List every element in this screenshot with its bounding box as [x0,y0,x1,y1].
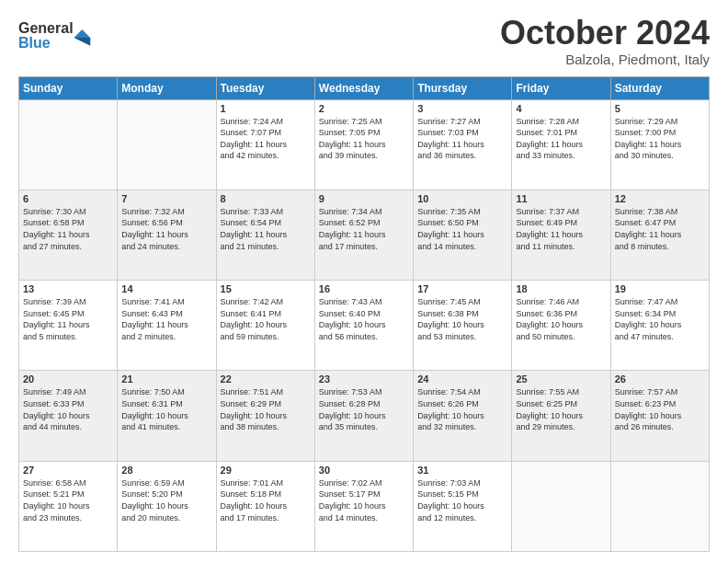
calendar-cell: 27Sunrise: 6:58 AM Sunset: 5:21 PM Dayli… [19,461,118,551]
calendar-cell: 2Sunrise: 7:25 AM Sunset: 7:05 PM Daylig… [314,99,413,190]
calendar-cell: 9Sunrise: 7:34 AM Sunset: 6:52 PM Daylig… [314,190,413,280]
svg-marker-2 [74,29,90,38]
title-block: October 2024 Balzola, Piedmont, Italy [500,15,710,67]
week-row-2: 6Sunrise: 7:30 AM Sunset: 6:58 PM Daylig… [19,190,710,280]
day-info: Sunrise: 7:35 AM Sunset: 6:50 PM Dayligh… [417,206,507,252]
calendar-page: General Blue October 2024 Balzola, Piedm… [0,0,728,563]
day-info: Sunrise: 7:49 AM Sunset: 6:33 PM Dayligh… [23,386,113,432]
day-number: 10 [417,193,507,204]
day-info: Sunrise: 7:32 AM Sunset: 6:56 PM Dayligh… [121,206,211,252]
day-info: Sunrise: 7:53 AM Sunset: 6:28 PM Dayligh… [319,386,409,432]
day-number: 1 [221,103,311,114]
calendar-cell: 14Sunrise: 7:41 AM Sunset: 6:43 PM Dayli… [118,281,216,371]
day-number: 8 [221,193,311,204]
day-number: 6 [23,193,113,204]
calendar-cell: 23Sunrise: 7:53 AM Sunset: 6:28 PM Dayli… [314,371,413,461]
calendar-cell: 15Sunrise: 7:42 AM Sunset: 6:41 PM Dayli… [216,281,314,371]
header-thursday: Thursday [414,76,512,99]
day-number: 11 [516,193,606,204]
logo-svg: General Blue [18,15,92,52]
header: General Blue October 2024 Balzola, Piedm… [18,15,710,67]
day-info: Sunrise: 7:51 AM Sunset: 6:29 PM Dayligh… [221,386,311,432]
day-info: Sunrise: 7:03 AM Sunset: 5:15 PM Dayligh… [417,477,507,523]
svg-text:Blue: Blue [18,35,51,51]
day-info: Sunrise: 7:43 AM Sunset: 6:40 PM Dayligh… [319,296,409,342]
week-row-5: 27Sunrise: 6:58 AM Sunset: 5:21 PM Dayli… [19,461,710,551]
day-number: 4 [516,103,606,114]
calendar-title: October 2024 [500,15,710,52]
day-info: Sunrise: 7:24 AM Sunset: 7:07 PM Dayligh… [221,116,311,162]
day-number: 7 [121,193,211,204]
day-number: 27 [23,465,113,476]
day-number: 3 [417,103,507,114]
day-info: Sunrise: 7:02 AM Sunset: 5:17 PM Dayligh… [319,477,409,523]
calendar-cell: 6Sunrise: 7:30 AM Sunset: 6:58 PM Daylig… [19,190,118,280]
day-number: 30 [319,465,409,476]
day-number: 2 [319,103,409,114]
calendar-cell: 5Sunrise: 7:29 AM Sunset: 7:00 PM Daylig… [610,99,709,190]
day-number: 26 [615,373,705,385]
calendar-cell: 30Sunrise: 7:02 AM Sunset: 5:17 PM Dayli… [314,461,413,551]
calendar-cell: 22Sunrise: 7:51 AM Sunset: 6:29 PM Dayli… [216,371,314,461]
day-info: Sunrise: 7:57 AM Sunset: 6:23 PM Dayligh… [615,386,705,432]
header-saturday: Saturday [610,76,709,99]
calendar-cell: 29Sunrise: 7:01 AM Sunset: 5:18 PM Dayli… [216,461,314,551]
day-number: 25 [516,373,606,385]
header-wednesday: Wednesday [314,76,413,99]
calendar-cell: 13Sunrise: 7:39 AM Sunset: 6:45 PM Dayli… [19,281,118,371]
day-info: Sunrise: 7:34 AM Sunset: 6:52 PM Dayligh… [319,206,409,252]
calendar-cell: 21Sunrise: 7:50 AM Sunset: 6:31 PM Dayli… [118,371,216,461]
day-info: Sunrise: 7:27 AM Sunset: 7:03 PM Dayligh… [417,116,507,162]
day-number: 20 [23,373,113,385]
day-number: 19 [615,283,705,294]
calendar-cell: 4Sunrise: 7:28 AM Sunset: 7:01 PM Daylig… [512,99,610,190]
day-info: Sunrise: 7:25 AM Sunset: 7:05 PM Dayligh… [319,116,409,162]
day-info: Sunrise: 7:46 AM Sunset: 6:36 PM Dayligh… [516,296,606,342]
week-row-1: 1Sunrise: 7:24 AM Sunset: 7:07 PM Daylig… [19,99,710,190]
svg-marker-3 [74,38,90,46]
header-tuesday: Tuesday [216,76,314,99]
day-number: 5 [615,103,705,114]
calendar-cell: 26Sunrise: 7:57 AM Sunset: 6:23 PM Dayli… [610,371,709,461]
calendar-cell: 1Sunrise: 7:24 AM Sunset: 7:07 PM Daylig… [216,99,314,190]
day-number: 18 [516,283,606,294]
calendar-cell: 3Sunrise: 7:27 AM Sunset: 7:03 PM Daylig… [414,99,512,190]
day-info: Sunrise: 7:50 AM Sunset: 6:31 PM Dayligh… [121,386,211,432]
day-info: Sunrise: 7:38 AM Sunset: 6:47 PM Dayligh… [615,206,705,252]
calendar-cell: 28Sunrise: 6:59 AM Sunset: 5:20 PM Dayli… [118,461,216,551]
calendar-cell [610,461,709,551]
day-number: 9 [319,193,409,204]
calendar-cell: 16Sunrise: 7:43 AM Sunset: 6:40 PM Dayli… [314,281,413,371]
calendar-cell [19,99,118,190]
calendar-cell: 8Sunrise: 7:33 AM Sunset: 6:54 PM Daylig… [216,190,314,280]
calendar-cell: 24Sunrise: 7:54 AM Sunset: 6:26 PM Dayli… [414,371,512,461]
calendar-location: Balzola, Piedmont, Italy [500,52,710,67]
calendar-cell: 12Sunrise: 7:38 AM Sunset: 6:47 PM Dayli… [610,190,709,280]
day-number: 29 [221,465,311,476]
calendar-cell: 31Sunrise: 7:03 AM Sunset: 5:15 PM Dayli… [414,461,512,551]
calendar-cell: 7Sunrise: 7:32 AM Sunset: 6:56 PM Daylig… [118,190,216,280]
day-number: 23 [319,373,409,385]
day-info: Sunrise: 7:28 AM Sunset: 7:01 PM Dayligh… [516,116,606,162]
day-number: 15 [221,283,311,294]
weekday-header-row: Sunday Monday Tuesday Wednesday Thursday… [19,76,710,99]
calendar-cell: 25Sunrise: 7:55 AM Sunset: 6:25 PM Dayli… [512,371,610,461]
calendar-cell: 18Sunrise: 7:46 AM Sunset: 6:36 PM Dayli… [512,281,610,371]
day-info: Sunrise: 7:55 AM Sunset: 6:25 PM Dayligh… [516,386,606,432]
header-friday: Friday [512,76,610,99]
day-number: 22 [221,373,311,385]
day-info: Sunrise: 7:30 AM Sunset: 6:58 PM Dayligh… [23,206,113,252]
day-number: 31 [417,465,507,476]
day-info: Sunrise: 7:54 AM Sunset: 6:26 PM Dayligh… [417,386,507,432]
day-number: 24 [417,373,507,385]
calendar-cell: 10Sunrise: 7:35 AM Sunset: 6:50 PM Dayli… [414,190,512,280]
day-info: Sunrise: 7:42 AM Sunset: 6:41 PM Dayligh… [221,296,311,342]
day-info: Sunrise: 7:01 AM Sunset: 5:18 PM Dayligh… [221,477,311,523]
day-info: Sunrise: 7:29 AM Sunset: 7:00 PM Dayligh… [615,116,705,162]
day-number: 16 [319,283,409,294]
day-number: 17 [417,283,507,294]
logo: General Blue [18,15,92,52]
calendar-cell [118,99,216,190]
day-number: 12 [615,193,705,204]
week-row-4: 20Sunrise: 7:49 AM Sunset: 6:33 PM Dayli… [19,371,710,461]
